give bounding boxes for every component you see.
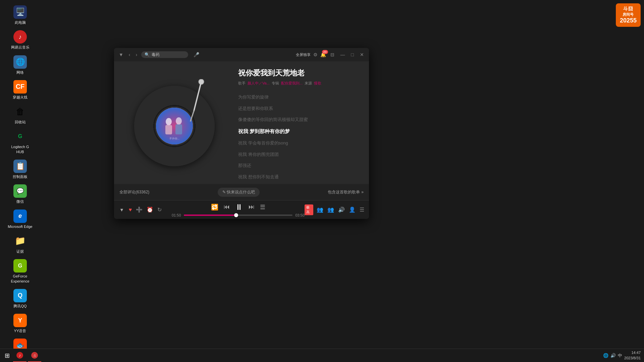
notification-badge: 20 xyxy=(322,50,328,54)
desktop-icon-lghub[interactable]: G Logitech G HUB xyxy=(5,128,35,156)
vinyl-panel: 不许你... xyxy=(114,61,235,184)
desktop-icon-recycle[interactable]: 🗑 回收站 xyxy=(5,103,35,126)
song-title: 祝你爱我到天荒地老 xyxy=(238,68,362,78)
timer-button[interactable]: ⏰ xyxy=(146,206,154,214)
friend-button[interactable]: 👤 xyxy=(348,206,356,214)
back-button[interactable]: ‹ xyxy=(127,51,132,58)
bottom-bar: 全部评论(63362) ✎ 快来说点什么吧 包含这首歌的歌单 » xyxy=(114,184,369,200)
desktop-icon-qq[interactable]: Q 腾讯QQ xyxy=(5,287,35,310)
loop-button[interactable]: 🔁 xyxy=(211,203,218,211)
add-to-playlist-button[interactable]: ➕ xyxy=(135,206,143,214)
meta-source-value[interactable]: 慢歌 xyxy=(314,81,321,86)
prev-button[interactable]: ⏮ xyxy=(224,203,230,210)
miniplayer-button[interactable]: ⊟ xyxy=(329,51,336,58)
meta-singer-value[interactable]: 颜人中／Va... xyxy=(248,81,270,86)
playlist-label: 包含这首歌的歌单 xyxy=(328,189,360,195)
windows-start-button[interactable]: ⊞ xyxy=(3,351,12,361)
close-button[interactable]: ✕ xyxy=(358,51,366,58)
progress-bar[interactable] xyxy=(184,215,293,216)
volume-sys-icon[interactable]: 🔊 xyxy=(610,353,616,358)
douyu-room-label: 房间号 xyxy=(620,12,637,17)
notification-button[interactable]: 🔔 20 xyxy=(320,52,326,57)
title-bar: ▼ ‹ › 🔍 🎤 全屏独享 ⚙ 🔔 20 ⊟ — □ ✕ xyxy=(114,48,369,61)
lyric-line-3[interactable]: 像傻傻的等你回的简讯顿顿却又甜蜜 xyxy=(238,116,362,123)
controls-left: ▼ ♥ ➕ ⏰ ↻ xyxy=(118,206,172,214)
like-button[interactable]: ♥ xyxy=(128,206,133,214)
lyrics-button[interactable]: 👥 xyxy=(327,206,335,214)
icon-label-wechat: 微信 xyxy=(16,199,24,204)
progress-row: 01:50 03:50 xyxy=(172,213,305,217)
current-time: 01:50 xyxy=(172,213,181,217)
taskbar-app-netease[interactable]: ♪ xyxy=(13,349,26,362)
meta-source-label: 来源 xyxy=(305,81,312,86)
mic-button[interactable]: 🎤 xyxy=(194,52,199,57)
quick-comment-button[interactable]: ✎ 快来说点什么吧 xyxy=(218,188,260,197)
maximize-button[interactable]: □ xyxy=(350,51,356,58)
desktop-icon-netease[interactable]: ♪ 网易云音乐 xyxy=(5,28,35,52)
mv-button[interactable]: 👥 xyxy=(316,206,324,214)
desktop-icon-wechat[interactable]: 💬 微信 xyxy=(5,182,35,206)
meta-singer-label: 歌手 xyxy=(238,81,246,86)
forward-button[interactable]: › xyxy=(135,51,139,58)
taskbar-right: 🌐 🔊 中 14:47 2023/8/31 xyxy=(600,350,644,361)
desktop-icon-tablet[interactable]: 📋 控制面板 xyxy=(5,158,35,181)
fullscreen-button[interactable]: 全屏独享 xyxy=(296,52,311,57)
volume-button[interactable]: 🔊 xyxy=(337,206,345,214)
total-time: 03:50 xyxy=(295,213,305,217)
svg-rect-5 xyxy=(165,125,172,134)
lyric-line-2[interactable]: 还是想要和你联系 xyxy=(238,105,362,112)
taskbar-running-netease[interactable]: ♫ xyxy=(28,349,41,362)
desktop-icon-yy[interactable]: Y YY语音 xyxy=(5,312,35,335)
lyric-line-6[interactable]: 祝我 将你的围兜团团 xyxy=(238,151,362,158)
icon-label-yy: YY语音 xyxy=(14,328,26,333)
refresh-button[interactable]: ↻ xyxy=(157,206,162,214)
comments-button[interactable]: 全部评论(63362) xyxy=(119,189,149,195)
progress-fill xyxy=(184,215,236,216)
icon-label-geforce: GeForce Experience xyxy=(8,274,33,284)
song-meta: 歌手 颜人中／Va... 专辑 配你爱我到... 来源 慢歌 xyxy=(238,81,362,86)
lyric-line-8[interactable]: 祝我 想你到不知去通 xyxy=(238,174,362,180)
music-player-window: ▼ ‹ › 🔍 🎤 全屏独享 ⚙ 🔔 20 ⊟ — □ ✕ xyxy=(114,48,369,219)
search-input[interactable] xyxy=(152,52,185,57)
settings-button[interactable]: ⚙ xyxy=(313,52,318,57)
progress-thumb xyxy=(234,213,238,217)
icon-label-tablet: 控制面板 xyxy=(13,174,28,179)
lyric-line-5[interactable]: 祝我 学会每首你爱的song xyxy=(238,140,362,146)
playlist-arrow: » xyxy=(361,190,364,194)
svg-line-1 xyxy=(194,82,201,111)
search-bar[interactable]: 🔍 xyxy=(141,51,188,58)
svg-point-4 xyxy=(166,118,172,125)
taskbar: ⊞ ♪ ♫ 🌐 🔊 中 14:47 2023/8/31 xyxy=(0,349,644,362)
keyboard-layout-icon[interactable]: 中 xyxy=(618,353,622,359)
desktop-icon-this-pc[interactable]: 🖥️ 此电脑 xyxy=(5,3,35,27)
desktop-icons-container: 🖥️ 此电脑 ♪ 网易云音乐 🌐 网络 CF 穿越火线 xyxy=(0,0,40,362)
playlist-button[interactable]: 包含这首歌的歌单 » xyxy=(328,189,364,195)
desktop-icon-msedge[interactable]: e Microsoft Edge xyxy=(5,207,35,231)
controls-right: 极高 👥 👥 🔊 👤 ☰ xyxy=(305,204,365,215)
collapse-button[interactable]: ▼ xyxy=(117,51,125,58)
quick-comment-label: ✎ 快来说点什么吧 xyxy=(222,189,255,195)
lyric-line-7[interactable]: 那强还 xyxy=(238,162,362,169)
desktop-icon-zhenshu[interactable]: 📁 证据 xyxy=(5,232,35,256)
queue-button[interactable]: ☰ xyxy=(359,206,365,214)
system-clock: 14:47 2023/8/31 xyxy=(624,350,641,361)
pause-button[interactable]: ⏸ xyxy=(235,202,243,212)
playback-buttons: 🔁 ⏮ ⏸ ⏭ ☰ xyxy=(211,202,265,212)
svg-text:不许你...: 不许你... xyxy=(169,137,179,140)
desktop-icon-network[interactable]: 🌐 网络 xyxy=(5,53,35,77)
desktop-icon-crossfire[interactable]: CF 穿越火线 xyxy=(5,78,35,102)
minimize-button[interactable]: — xyxy=(339,51,347,58)
playlist-toggle-button[interactable]: ☰ xyxy=(260,203,265,211)
controls-collapse-btn[interactable]: ▼ xyxy=(118,206,125,213)
meta-album-value[interactable]: 配你爱我到... xyxy=(281,81,303,86)
desktop-icon-geforce[interactable]: G GeForce Experience xyxy=(5,257,35,286)
vinyl-container: 不许你... xyxy=(131,79,218,166)
lyric-line-4-active[interactable]: 祝我 梦到那种有你的梦 xyxy=(238,128,362,135)
network-sys-icon[interactable]: 🌐 xyxy=(603,353,608,358)
lyrics-panel: 祝你爱我到天荒地老 歌手 颜人中／Va... 专辑 配你爱我到... 来源 慢歌… xyxy=(235,61,369,184)
next-button[interactable]: ⏭ xyxy=(249,203,255,210)
douyu-room-widget[interactable]: 斗囧 房间号 20255 xyxy=(616,3,641,27)
lyric-line-1[interactable]: 为你写爱的旋律 xyxy=(238,94,362,101)
quality-button[interactable]: 极高 xyxy=(305,204,313,215)
system-date: 2023/8/31 xyxy=(624,356,641,361)
